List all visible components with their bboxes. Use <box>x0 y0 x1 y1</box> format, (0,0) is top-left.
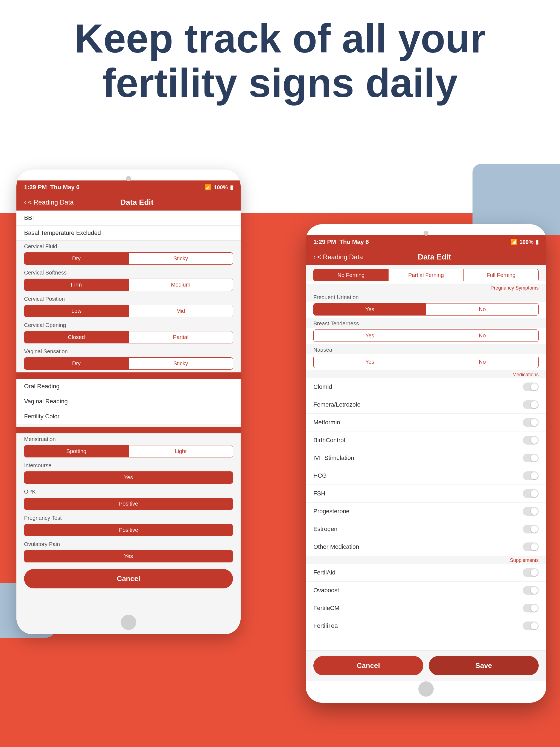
estrogen-toggle[interactable] <box>523 525 539 534</box>
opk-positive[interactable]: Positive <box>24 498 233 510</box>
tablet-right-home[interactable] <box>418 681 434 697</box>
frequent-urination-no[interactable]: No <box>426 304 539 315</box>
intercourse-yes[interactable]: Yes <box>24 472 233 483</box>
nausea-label: Nausea <box>306 344 546 354</box>
cervical-fluid-label: Cervical Fluid <box>17 241 240 251</box>
progesterone-toggle[interactable] <box>523 507 539 516</box>
cervical-fluid-dry[interactable]: Dry <box>24 253 129 264</box>
cervical-softness-label: Cervical Softness <box>17 267 240 277</box>
estrogen-row: Estrogen <box>306 520 546 538</box>
breast-tenderness-seg[interactable]: Yes No <box>313 330 539 342</box>
vaginal-sensation-sticky[interactable]: Sticky <box>129 358 233 369</box>
ferning-none[interactable]: No Ferning <box>314 269 388 281</box>
right-save-button[interactable]: Save <box>429 656 539 675</box>
cervical-opening-seg[interactable]: Closed Partial <box>24 331 233 343</box>
ferning-full[interactable]: Full Ferning <box>464 269 538 281</box>
pregnancy-test-positive[interactable]: Positive <box>24 524 233 536</box>
fertilitea-toggle[interactable] <box>523 621 539 630</box>
breast-tenderness-no[interactable]: No <box>426 330 539 341</box>
vaginal-sensation-label: Vaginal Sensation <box>17 345 240 356</box>
fsh-toggle[interactable] <box>523 489 539 498</box>
opk-seg[interactable]: Positive <box>24 498 233 510</box>
estrogen-label: Estrogen <box>313 525 337 533</box>
right-back-label: < Reading Data <box>317 253 363 261</box>
cervical-position-low[interactable]: Low <box>24 305 129 317</box>
menstruation-label: Menstruation <box>17 433 240 443</box>
cervical-opening-closed[interactable]: Closed <box>24 331 129 343</box>
left-cancel-button[interactable]: Cancel <box>24 569 233 588</box>
fertilaid-toggle[interactable] <box>523 568 539 577</box>
birthcontrol-row: BirthControl <box>306 432 546 449</box>
birthcontrol-label: BirthControl <box>313 437 345 444</box>
nausea-yes[interactable]: Yes <box>314 356 426 368</box>
ferning-seg[interactable]: No Ferning Partial Ferning Full Ferning <box>313 269 539 281</box>
fertilecm-label: FertileCM <box>313 604 339 612</box>
nausea-no[interactable]: No <box>426 356 539 368</box>
vaginal-sensation-dry[interactable]: Dry <box>24 358 129 369</box>
cervical-softness-firm[interactable]: Firm <box>24 279 129 291</box>
hcg-toggle[interactable] <box>523 471 539 480</box>
left-back-button[interactable]: ‹ < Reading Data <box>24 199 74 206</box>
menstruation-seg[interactable]: Spotting Light <box>24 445 233 458</box>
metformin-toggle[interactable] <box>523 418 539 427</box>
right-status-bar: 1:29 PM Thu May 6 📶 100% ▮ <box>306 235 546 249</box>
right-battery-icon: ▮ <box>536 239 539 245</box>
clomid-label: Clomid <box>313 383 332 390</box>
menstruation-spotting[interactable]: Spotting <box>24 445 129 457</box>
headline-line2: fertility signs daily <box>102 60 457 106</box>
ovulatory-pain-seg[interactable]: Yes <box>24 550 233 562</box>
right-cancel-button[interactable]: Cancel <box>313 656 423 675</box>
fsh-row: FSH <box>306 485 546 503</box>
birthcontrol-toggle[interactable] <box>523 436 539 445</box>
right-nav-bar[interactable]: ‹ < Reading Data Data Edit <box>306 249 546 265</box>
left-nav-bar[interactable]: ‹ < Reading Data Data Edit <box>17 194 240 210</box>
frequent-urination-seg[interactable]: Yes No <box>313 303 539 315</box>
ivf-row: IVF Stimulation <box>306 449 546 467</box>
cervical-softness-medium[interactable]: Medium <box>129 279 233 291</box>
cervical-fluid-seg[interactable]: Dry Sticky <box>24 252 233 265</box>
medications-section-label: Medications <box>306 370 546 378</box>
intercourse-seg[interactable]: Yes <box>24 471 233 484</box>
ivf-toggle[interactable] <box>523 454 539 462</box>
left-content: BBT Basal Temperature Excluded Cervical … <box>17 210 240 634</box>
ferning-partial[interactable]: Partial Ferning <box>388 269 463 281</box>
frequent-urination-yes[interactable]: Yes <box>314 304 426 315</box>
cervical-position-label: Cervical Position <box>17 293 240 303</box>
menstruation-light[interactable]: Light <box>129 445 233 457</box>
hcg-row: HCG <box>306 467 546 485</box>
breast-tenderness-yes[interactable]: Yes <box>314 330 426 341</box>
ivf-label: IVF Stimulation <box>313 455 354 462</box>
ovulatory-pain-label: Ovulatory Pain <box>17 538 240 548</box>
femera-row: Femera/Letrozole <box>306 396 546 414</box>
intercourse-label: Intercourse <box>17 460 240 470</box>
nausea-seg[interactable]: Yes No <box>313 356 539 368</box>
headline-line1: Keep track of all your <box>74 16 486 61</box>
pregnancy-test-label: Pregnancy Test <box>17 512 240 522</box>
other-medication-label: Other Medication <box>313 543 359 550</box>
opk-label: OPK <box>17 486 240 496</box>
cervical-fluid-sticky[interactable]: Sticky <box>129 253 233 264</box>
vaginal-sensation-seg[interactable]: Dry Sticky <box>24 357 233 370</box>
cervical-position-seg[interactable]: Low Mid <box>24 305 233 317</box>
progesterone-label: Progesterone <box>313 508 350 515</box>
right-nav-title: Data Edit <box>418 253 451 261</box>
cervical-opening-partial[interactable]: Partial <box>129 331 233 343</box>
tablet-left-home[interactable] <box>121 615 136 630</box>
fertilecm-toggle[interactable] <box>523 604 539 613</box>
cervical-position-mid[interactable]: Mid <box>129 305 233 317</box>
ovaboost-toggle[interactable] <box>523 586 539 595</box>
other-medication-toggle[interactable] <box>523 542 539 551</box>
metformin-row: Metformin <box>306 414 546 432</box>
clomid-row: Clomid <box>306 378 546 396</box>
oral-reading-row: Oral Reading <box>17 379 240 394</box>
clomid-toggle[interactable] <box>523 383 539 391</box>
left-status-bar: 1:29 PM Thu May 6 📶 100% ▮ <box>17 180 240 194</box>
ovulatory-pain-yes[interactable]: Yes <box>24 550 233 562</box>
breast-tenderness-label: Breast Tenderness <box>306 318 546 328</box>
pregnancy-symptoms-label: Pregnancy Symptoms <box>306 284 546 291</box>
ovaboost-row: Ovaboost <box>306 582 546 599</box>
right-back-button[interactable]: ‹ < Reading Data <box>313 253 363 261</box>
pregnancy-test-seg[interactable]: Positive <box>24 524 233 536</box>
cervical-softness-seg[interactable]: Firm Medium <box>24 279 233 291</box>
femera-toggle[interactable] <box>523 400 539 409</box>
